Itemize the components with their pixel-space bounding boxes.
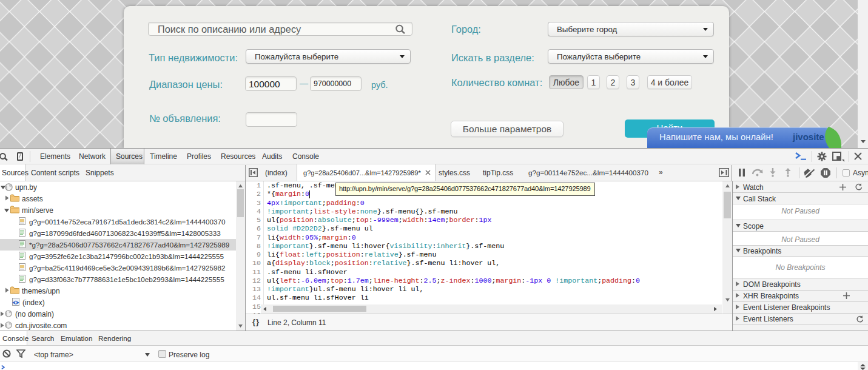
svg-text:⮜⮞: ⮜⮞ [12, 300, 19, 305]
